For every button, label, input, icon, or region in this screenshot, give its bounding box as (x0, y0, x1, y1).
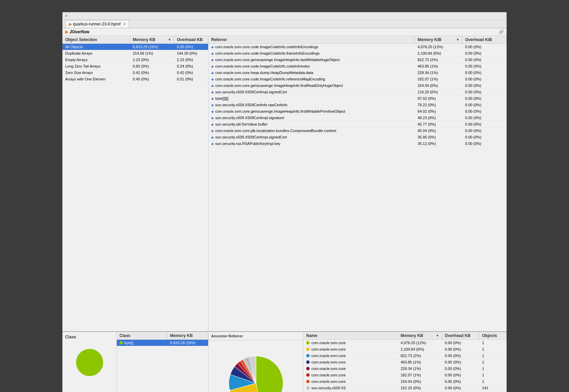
ref-cell-overhead: 0.00 (0%) (462, 44, 507, 50)
anc-cell-objects: 1 (479, 366, 507, 372)
object-selection-row[interactable]: Zero Size Arrays 0.42 (0%) 0.42 (0%) (62, 70, 208, 76)
ref-cell-name: ◆ com.oracle.svm.core.genscavenge.ImageH… (208, 82, 415, 89)
anc-cell-mem: 4,076.20 (12%) (398, 340, 442, 346)
cell-overheadkb: 144.26 (0%) (174, 50, 208, 56)
anc-cell-objects: 1 (479, 353, 507, 359)
anc-cell-name: com.oracle.svm.core (304, 346, 398, 352)
ref-cell-overhead: 0.00 (0%) (462, 50, 507, 56)
ref-icon: ◆ (211, 116, 214, 120)
ancestor-detail-panel: Name Memory KB ▼ Overhead KB Objects co (304, 332, 507, 392)
ref-icon: ◆ (211, 90, 214, 94)
title-bar-left: × (65, 14, 68, 18)
ancestor-detail-row[interactable]: com.oracle.svm.core 822.73 (2%) 0.00 (0%… (304, 353, 507, 359)
object-selection-body: All Objects 8,833.29 (26%) 0.00 (0%) Dup… (62, 44, 208, 331)
class-cell-class: byte[] (117, 340, 167, 346)
cell-object: Zero Size Arrays (62, 70, 130, 76)
ref-icon: ◆ (211, 45, 214, 49)
ref-cell-mem: 48.23 (0%) (415, 115, 462, 121)
ref-col-header-name: Referrer (208, 36, 415, 43)
referrer-row[interactable]: ◆ byte[][][] 97.02 (0%) 0.00 (0%) (208, 95, 507, 102)
referrer-row[interactable]: ◆ com.oracle.svm.core.jdk.localization.b… (208, 128, 507, 134)
ref-icon: ◆ (211, 77, 214, 81)
anc-cell-mem: 154.04 (0%) (398, 378, 442, 385)
anc-cell-name: com.oracle.svm.core (304, 353, 398, 359)
object-selection-header: Object Selection Memory KB ▼ Overhead KB (62, 36, 208, 44)
referrer-row[interactable]: ◆ com.oracle.svm.core.genscavenge.ImageH… (208, 82, 507, 89)
class-col-header-mem: Memory KB (167, 332, 208, 339)
ref-icon: ◆ (211, 84, 214, 88)
referrer-row[interactable]: ◆ sun.security.x509.X509CertImpl.signedC… (208, 134, 507, 141)
class-cell-mem: 8,833.29 (26%) (167, 340, 208, 346)
anc-cell-objects: 1 (479, 340, 507, 346)
ref-cell-mem: 182.07 (1%) (415, 76, 462, 82)
cell-object: Arrays with One Elemen (62, 76, 130, 82)
referrer-row[interactable]: ◆ com.oracle.svm.core.code.ImageCodeInfo… (208, 63, 507, 70)
ref-cell-name: ◆ com.oracle.svm.core.jdk.localization.b… (208, 128, 415, 134)
ref-icon: ◆ (211, 135, 214, 139)
toolbar-title-label: JOverflow (70, 30, 89, 34)
anc-cell-overhead: 0.00 (0%) (442, 340, 479, 346)
anc-dot (306, 348, 310, 351)
referrer-row[interactable]: ◆ sun.security.util.DerValue.buffer 45.7… (208, 121, 507, 128)
anc-cell-overhead: 0.00 (0%) (442, 372, 479, 378)
cell-memkb: 0.42 (0%) (130, 70, 174, 76)
ref-cell-name: ◆ sun.security.x509.X509CertImpl.signatu… (208, 115, 415, 121)
referrer-panel: Referrer Memory KiB ▼ Overhead KiB ◆ com… (208, 36, 507, 331)
ref-cell-overhead: 0.00 (0%) (462, 57, 507, 63)
cell-overheadkb: 0.42 (0%) (174, 70, 208, 76)
referrer-row[interactable]: ◆ com.oracle.svm.core.code.ImageCodeInfo… (208, 44, 507, 50)
ref-cell-mem: 64.02 (0%) (415, 108, 462, 114)
main-tab[interactable]: ▶ quarkus-runner-23-0.hprof × (65, 20, 129, 28)
anc-cell-objects: 1 (479, 359, 507, 365)
referrer-row[interactable]: ◆ com.oracle.svm.core.code.ImageCodeInfo… (208, 50, 507, 57)
ancestor-detail-row[interactable]: com.oracle.svm.core 4,076.20 (12%) 0.00 … (304, 340, 507, 346)
ancestor-detail-row[interactable]: com.oracle.svm.core 228.34 (1%) 0.00 (0%… (304, 366, 507, 372)
ref-cell-overhead: 0.00 (0%) (462, 115, 507, 121)
ancestor-detail-row[interactable]: com.oracle.svm.core 463.85 (1%) 0.00 (0%… (304, 359, 507, 366)
ref-cell-overhead: 0.00 (0%) (462, 76, 507, 82)
anc-dot (306, 367, 310, 370)
referrer-row[interactable]: ◆ com.oracle.svm.core.code.ImageCodeInfo… (208, 76, 507, 82)
class-table-row[interactable]: byte[] 8,833.29 (26%) (117, 340, 208, 346)
anc-dot (306, 341, 310, 344)
referrer-row[interactable]: ◆ sun.security.x509.X509CertImpl.signedC… (208, 89, 507, 95)
object-selection-row[interactable]: All Objects 8,833.29 (26%) 0.00 (0%) (62, 44, 208, 50)
close-button[interactable]: × (65, 14, 68, 18)
object-selection-row[interactable]: Empty Arrays 2.23 (0%) 2.23 (0%) (62, 57, 208, 63)
object-selection-row[interactable]: Duplicate Arrays 214.69 (1%) 144.26 (0%) (62, 50, 208, 57)
object-selection-row[interactable]: Long Zero Tail Arrays 0.83 (0%) 0.24 (0%… (62, 63, 208, 70)
ancestor-detail-row[interactable]: com.oracle.svm.core 154.04 (0%) 0.00 (0%… (304, 378, 507, 385)
pie-chart-container (208, 340, 303, 392)
ancestor-detail-row[interactable]: sun.security.x509.X5 152.15 (0%) 0.00 (0… (304, 385, 507, 391)
anc-dot (306, 360, 310, 364)
ref-cell-name: ◆ com.oracle.svm.core.genscavenge.ImageH… (208, 57, 415, 63)
referrer-row[interactable]: ◆ com.oracle.svm.core.genscavenge.ImageH… (208, 108, 507, 115)
ref-cell-mem: 35.12 (0%) (415, 141, 462, 147)
anc-col-header-name: Name (304, 332, 398, 339)
object-selection-row[interactable]: Arrays with One Elemen 0.40 (0%) 0.51 (0… (62, 76, 208, 82)
anc-cell-mem: 2,100.84 (6%) (398, 346, 442, 352)
referrer-row[interactable]: ◆ com.oracle.svm.core.genscavenge.ImageH… (208, 57, 507, 63)
ref-cell-overhead: 0.00 (0%) (462, 89, 507, 95)
col-header-overheadkb: Overhead KB (174, 36, 208, 43)
cell-overheadkb: 0.24 (0%) (174, 63, 208, 69)
class-filter-label: Class (65, 335, 114, 339)
tab-close-button[interactable]: × (123, 22, 126, 26)
ref-cell-name: ◆ com.oracle.svm.core.heap.dump.HeapDump… (208, 70, 415, 76)
referrer-row[interactable]: ◆ com.oracle.svm.core.heap.dump.HeapDump… (208, 70, 507, 76)
referrer-row[interactable]: ◆ sun.security.x509.X509CertInfo.rawCert… (208, 102, 507, 108)
toolbar-link-icon[interactable]: 🔗 (499, 30, 504, 34)
referrer-row[interactable]: ◆ sun.security.rsa.RSAPublicKeyImpl.key … (208, 141, 507, 147)
ref-col-header-mem[interactable]: Memory KiB ▼ (415, 36, 462, 43)
col-header-memkb[interactable]: Memory KB ▼ (130, 36, 174, 43)
referrer-row[interactable]: ◆ sun.security.x509.X509CertImpl.signatu… (208, 115, 507, 121)
anc-cell-objects: 1 (479, 346, 507, 352)
toolbar-icon: ▶ (65, 30, 68, 34)
anc-col-header-mem[interactable]: Memory KB ▼ (398, 332, 442, 339)
ancestor-detail-row[interactable]: com.oracle.svm.core 182.07 (1%) 0.00 (0%… (304, 372, 507, 378)
ancestor-detail-row[interactable]: com.oracle.svm.core 2,100.84 (6%) 0.00 (… (304, 346, 507, 353)
main-window: × ▶ quarkus-runner-23-0.hprof × ▶ JOverf… (62, 12, 507, 392)
class-table-body: byte[] 8,833.29 (26%) (117, 340, 208, 392)
anc-col-header-objects: Objects (479, 332, 507, 339)
ref-cell-overhead: 0.00 (0%) (462, 82, 507, 89)
